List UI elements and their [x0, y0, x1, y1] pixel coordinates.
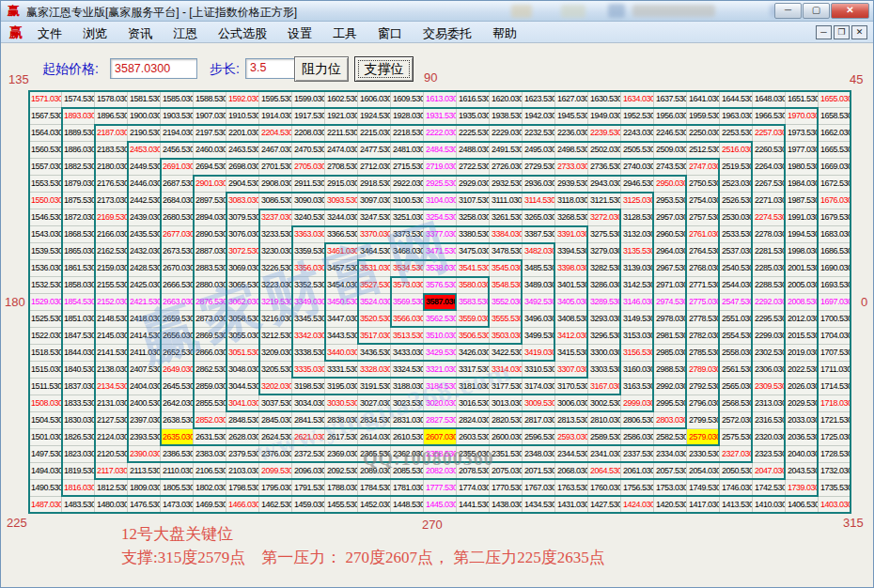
gann-cell[interactable]: 2306.030 — [753, 362, 786, 379]
gann-cell[interactable]: 2659.530 — [161, 311, 194, 328]
gann-cell[interactable]: 1620.030 — [490, 91, 523, 108]
gann-cell[interactable]: 2635.030 — [161, 429, 194, 446]
gann-cell[interactable]: 2950.030 — [654, 176, 687, 193]
gann-cell[interactable]: 1637.530 — [654, 91, 687, 108]
gann-cell[interactable]: 3076.030 — [226, 226, 259, 243]
menu-item[interactable]: 文件 — [27, 23, 72, 44]
gann-cell[interactable]: 2169.530 — [95, 209, 128, 226]
gann-cell[interactable]: 2026.030 — [786, 379, 819, 395]
gann-cell[interactable]: 1928.030 — [391, 108, 424, 125]
gann-cell[interactable]: 1532.530 — [29, 277, 62, 294]
gann-cell[interactable]: 3251.030 — [391, 209, 424, 226]
gann-cell[interactable]: 3023.530 — [391, 395, 424, 412]
gann-cell[interactable]: 2096.030 — [292, 463, 325, 480]
gann-cell[interactable]: 1557.030 — [29, 159, 62, 176]
gann-cell[interactable]: 2180.030 — [95, 159, 128, 176]
gann-cell[interactable]: 2068.030 — [555, 463, 588, 480]
gann-cell[interactable]: 1483.530 — [62, 497, 95, 514]
gann-cell[interactable]: 2474.030 — [325, 142, 358, 159]
gann-cell[interactable]: 2470.530 — [292, 142, 325, 159]
gann-cell[interactable]: 2194.030 — [161, 125, 194, 142]
gann-cell[interactable]: 3027.030 — [358, 395, 391, 412]
gann-cell[interactable]: 2789.030 — [687, 362, 720, 379]
gann-cell[interactable]: 2621.030 — [292, 429, 325, 446]
gann-cell[interactable]: 2145.030 — [95, 328, 128, 345]
gann-cell[interactable]: 1756.530 — [621, 480, 654, 497]
gann-cell[interactable]: 2817.030 — [523, 412, 555, 429]
gann-cell[interactable]: 1525.530 — [29, 311, 62, 328]
gann-cell[interactable]: 3401.530 — [555, 277, 588, 294]
gann-cell[interactable]: 2201.030 — [226, 125, 259, 142]
gann-cell[interactable]: 2729.530 — [523, 159, 555, 176]
gann-cell[interactable]: 2663.030 — [161, 294, 194, 311]
maximize-button[interactable]: ▢ — [803, 3, 830, 19]
gann-cell[interactable]: 2631.530 — [194, 429, 226, 446]
gann-cell[interactable]: 1977.030 — [786, 142, 819, 159]
gann-cell[interactable]: 1924.530 — [358, 108, 391, 125]
gann-cell[interactable]: 2341.030 — [588, 446, 621, 463]
gann-cell[interactable]: 3492.530 — [523, 294, 555, 311]
gann-cell[interactable]: 2477.530 — [358, 142, 391, 159]
gann-cell[interactable]: 3079.530 — [226, 209, 259, 226]
gann-cell[interactable]: 2726.030 — [490, 159, 523, 176]
gann-cell[interactable]: 3149.530 — [621, 311, 654, 328]
gann-cell[interactable]: 1900.030 — [128, 108, 161, 125]
gann-cell[interactable]: 1686.530 — [819, 243, 851, 260]
gann-cell[interactable]: 2754.030 — [687, 193, 720, 209]
gann-cell[interactable]: 2400.530 — [128, 395, 161, 412]
gann-cell[interactable]: 3503.030 — [490, 328, 523, 345]
gann-cell[interactable]: 2740.030 — [621, 159, 654, 176]
gann-cell[interactable]: 3415.530 — [555, 345, 588, 362]
gann-cell[interactable]: 2050.530 — [720, 463, 753, 480]
gann-cell[interactable]: 1966.530 — [753, 108, 786, 125]
gann-cell[interactable]: 2873.030 — [194, 311, 226, 328]
gann-cell[interactable]: 2267.530 — [753, 176, 786, 193]
gann-cell[interactable]: 1952.530 — [621, 108, 654, 125]
gann-cell[interactable]: 2253.530 — [720, 125, 753, 142]
gann-cell[interactable]: 2680.530 — [161, 209, 194, 226]
gann-cell[interactable]: 3338.530 — [292, 345, 325, 362]
gann-cell[interactable]: 1865.030 — [62, 243, 95, 260]
gann-cell[interactable]: 2208.030 — [292, 125, 325, 142]
gann-cell[interactable]: 2236.030 — [555, 125, 588, 142]
gann-cell[interactable]: 3086.530 — [259, 193, 292, 209]
gann-cell[interactable]: 1893.030 — [62, 108, 95, 125]
gann-cell[interactable]: 1938.530 — [490, 108, 523, 125]
gann-cell[interactable]: 2323.530 — [753, 446, 786, 463]
gann-cell[interactable]: 1970.030 — [786, 108, 819, 125]
gann-cell[interactable]: 2152.030 — [95, 294, 128, 311]
gann-cell[interactable]: 3422.530 — [490, 345, 523, 362]
gann-cell[interactable]: 2320.030 — [753, 429, 786, 446]
gann-cell[interactable]: 2138.030 — [95, 362, 128, 379]
gann-cell[interactable]: 1833.530 — [62, 395, 95, 412]
gann-cell[interactable]: 1812.530 — [95, 480, 128, 497]
gann-cell[interactable]: 3520.530 — [358, 311, 391, 328]
gann-cell[interactable]: 2288.530 — [753, 277, 786, 294]
gann-cell[interactable]: 2012.030 — [786, 311, 819, 328]
gann-cell[interactable]: 1693.530 — [819, 277, 851, 294]
gann-cell[interactable]: 1994.530 — [786, 226, 819, 243]
gann-cell[interactable]: 3121.530 — [588, 193, 621, 209]
gann-cell[interactable]: 3587.030 — [424, 294, 457, 311]
gann-cell[interactable]: 2908.030 — [259, 176, 292, 193]
gann-cell[interactable]: 1406.530 — [786, 497, 819, 514]
gann-cell[interactable]: 1791.530 — [292, 480, 325, 497]
gann-cell[interactable]: 1770.530 — [490, 480, 523, 497]
gann-cell[interactable]: 1840.530 — [62, 362, 95, 379]
gann-cell[interactable]: 2159.030 — [95, 260, 128, 277]
start-price-input[interactable] — [110, 58, 197, 79]
gann-cell[interactable]: 2862.530 — [194, 362, 226, 379]
gann-cell[interactable]: 2869.530 — [194, 328, 226, 345]
gann-cell[interactable]: 2015.530 — [786, 328, 819, 345]
gann-cell[interactable]: 3296.530 — [588, 328, 621, 345]
gann-cell[interactable]: 2512.530 — [687, 142, 720, 159]
gann-cell[interactable]: 2845.030 — [259, 412, 292, 429]
gann-cell[interactable]: 2309.530 — [753, 379, 786, 395]
gann-cell[interactable]: 2082.030 — [424, 463, 457, 480]
gann-cell[interactable]: 3156.530 — [621, 345, 654, 362]
gann-cell[interactable]: 1602.530 — [325, 91, 358, 108]
gann-cell[interactable]: 1581.530 — [128, 91, 161, 108]
mdi-restore-button[interactable]: ❐ — [834, 25, 850, 39]
gann-cell[interactable]: 2183.530 — [95, 142, 128, 159]
gann-cell[interactable]: 2880.030 — [194, 277, 226, 294]
